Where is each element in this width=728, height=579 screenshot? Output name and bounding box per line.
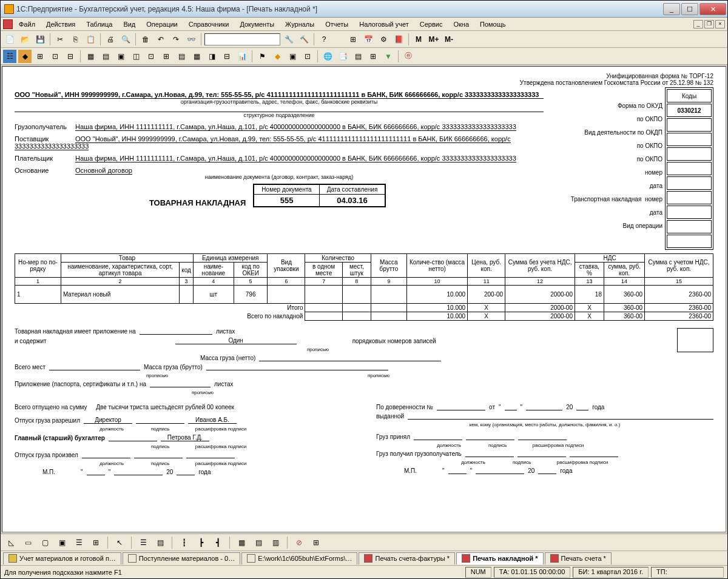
doc-number-date: Номер документаДата составления 55504.03… <box>253 184 386 207</box>
tab-receipt[interactable]: Поступление материалов - 0… <box>123 552 240 564</box>
calendar-icon[interactable]: 📅 <box>362 33 375 46</box>
footer: Товарная накладная имеет приложение нали… <box>15 328 713 478</box>
tb2-7-icon[interactable]: ▤ <box>99 50 112 63</box>
menu-reports[interactable]: Отчеты <box>320 19 353 29</box>
bottom-toolbar: ◺ ▭ ▢ ▣ ☰ ⊞ ↖ ☰ ▤ ┇ ┣ ┫ ▦ ▤ ▥ ⊘ ⊞ <box>1 534 727 551</box>
tab-materials[interactable]: Учет материалов и готовой п… <box>3 552 121 564</box>
bt-10-icon[interactable]: ┣ <box>194 536 207 549</box>
tb2-12-icon[interactable]: ▤ <box>175 50 188 63</box>
menu-documents[interactable]: Документы <box>235 19 279 29</box>
tb2-1-icon[interactable]: ☷ <box>3 50 16 63</box>
bt-arrow-icon[interactable]: ↖ <box>113 536 126 549</box>
menu-operations[interactable]: Операции <box>141 19 182 29</box>
bt-15-icon[interactable]: ⊘ <box>292 536 306 549</box>
paste-icon[interactable]: 📋 <box>84 33 97 46</box>
tb2-5-icon[interactable]: ⊟ <box>64 50 77 63</box>
recipient-field: Наша фирма, ИНН 1111111111, г.Самара, ул… <box>75 123 516 131</box>
tb2-19-icon[interactable]: ▣ <box>286 50 299 63</box>
menu-service[interactable]: Сервис <box>415 19 448 29</box>
new-icon[interactable]: 📄 <box>3 33 16 46</box>
bt-8-icon[interactable]: ▤ <box>153 536 167 549</box>
copy-icon[interactable]: ⎘ <box>69 33 82 46</box>
bt-7-icon[interactable]: ☰ <box>136 536 150 549</box>
tb2-24-icon[interactable]: ⊞ <box>366 50 380 63</box>
tb2-16-icon[interactable]: 📊 <box>235 50 249 63</box>
tb2-14-icon[interactable]: ◨ <box>205 50 218 63</box>
mdi-close[interactable]: × <box>715 20 725 28</box>
menu-tax[interactable]: Налоговый учет <box>354 19 414 29</box>
close-button[interactable]: ✕ <box>699 3 726 15</box>
tb2-22-icon[interactable]: 📑 <box>336 50 349 63</box>
tb2-4-icon[interactable]: ⊡ <box>49 50 62 63</box>
menu-catalogs[interactable]: Справочники <box>184 19 234 29</box>
m-plus-icon[interactable]: M+ <box>427 33 440 46</box>
preview-icon[interactable]: 🔍 <box>119 33 132 46</box>
tb2-18-icon[interactable]: ◆ <box>271 50 284 63</box>
calc-icon[interactable]: ⊞ <box>346 33 360 46</box>
bt-12-icon[interactable]: ▦ <box>235 536 248 549</box>
print-icon[interactable]: 🖨 <box>104 33 117 46</box>
tb2-26-icon[interactable]: ⓔ <box>402 50 415 63</box>
bt-13-icon[interactable]: ▤ <box>252 536 265 549</box>
book-icon[interactable]: 📕 <box>392 33 405 46</box>
bt-16-icon[interactable]: ⊞ <box>309 536 323 549</box>
bt-14-icon[interactable]: ▥ <box>269 536 282 549</box>
tb2-11-icon[interactable]: ⊞ <box>160 50 173 63</box>
redo-icon[interactable]: ↷ <box>169 33 183 46</box>
tb2-15-icon[interactable]: ⊟ <box>220 50 234 63</box>
bt-2-icon[interactable]: ▭ <box>21 536 35 549</box>
bt-3-icon[interactable]: ▢ <box>38 536 52 549</box>
bt-11-icon[interactable]: ┫ <box>211 536 224 549</box>
bt-1-icon[interactable]: ◺ <box>4 536 18 549</box>
tab-invoice[interactable]: Печать счета-фактуры * <box>359 552 455 564</box>
help-icon[interactable]: ? <box>317 33 331 46</box>
toolbar-1: 📄 📂 💾 ✂ ⎘ 📋 🖨 🔍 🗑 ↶ ↷ 👓 🔧 🔨 ? ⊞ 📅 ⚙ 📕 M … <box>1 31 727 48</box>
maximize-button[interactable]: ☐ <box>681 3 698 15</box>
tb2-2-icon[interactable]: ◆ <box>18 50 32 63</box>
tb2-9-icon[interactable]: ◫ <box>129 50 143 63</box>
status-hint: Для получения подсказки нажмите F1 <box>4 569 463 576</box>
menu-view[interactable]: Вид <box>118 19 140 29</box>
menu-windows[interactable]: Окна <box>448 19 474 29</box>
tool3-icon[interactable]: ⚙ <box>377 33 390 46</box>
undo-icon[interactable]: ↶ <box>154 33 167 46</box>
table-row: 1Материал новыйшт79610.000200-002000-001… <box>15 286 713 304</box>
cut-icon[interactable]: ✂ <box>53 33 67 46</box>
save-icon[interactable]: 💾 <box>33 33 47 46</box>
m-icon[interactable]: M <box>412 33 425 46</box>
tb2-17-icon[interactable]: ⚑ <box>255 50 269 63</box>
menu-table[interactable]: Таблица <box>81 19 117 29</box>
m-minus-icon[interactable]: M- <box>442 33 456 46</box>
menu-journals[interactable]: Журналы <box>280 19 319 29</box>
menu-file[interactable]: Файл <box>14 19 40 29</box>
bt-9-icon[interactable]: ┇ <box>177 536 190 549</box>
tb2-8-icon[interactable]: ▣ <box>114 50 127 63</box>
tb2-23-icon[interactable]: ▤ <box>351 50 365 63</box>
tab-bill[interactable]: Печать счета * <box>545 552 612 564</box>
doc-title: ТОВАРНАЯ НАКЛАДНАЯ <box>149 198 246 207</box>
mdi-minimize[interactable]: _ <box>693 20 703 28</box>
bt-4-icon[interactable]: ▣ <box>55 536 69 549</box>
find-icon[interactable]: 👓 <box>184 33 198 46</box>
tb2-3-icon[interactable]: ⊞ <box>33 50 47 63</box>
delete-icon[interactable]: 🗑 <box>139 33 152 46</box>
tool2-icon[interactable]: 🔨 <box>297 33 311 46</box>
tb2-25-icon[interactable]: ▼ <box>382 50 395 63</box>
menu-actions[interactable]: Действия <box>41 19 80 29</box>
menu-help[interactable]: Помощь <box>475 19 511 29</box>
tb2-10-icon[interactable]: ⊡ <box>144 50 158 63</box>
combo-input[interactable] <box>204 33 280 45</box>
tb2-6-icon[interactable]: ▦ <box>84 50 97 63</box>
minimize-button[interactable]: _ <box>663 3 680 15</box>
app-menu-icon[interactable] <box>3 19 13 29</box>
tool-icon[interactable]: 🔧 <box>282 33 295 46</box>
tab-waybill[interactable]: Печать накладной * <box>456 552 543 564</box>
tab-extforms[interactable]: E:\work\1c\605buh\ExtForms\… <box>241 552 357 564</box>
tb2-13-icon[interactable]: ▦ <box>190 50 203 63</box>
bt-5-icon[interactable]: ☰ <box>72 536 86 549</box>
open-icon[interactable]: 📂 <box>18 33 32 46</box>
bt-6-icon[interactable]: ⊞ <box>89 536 103 549</box>
tb2-20-icon[interactable]: ⊡ <box>301 50 314 63</box>
tb2-21-icon[interactable]: 🌐 <box>321 50 334 63</box>
mdi-restore[interactable]: ❐ <box>704 20 714 28</box>
